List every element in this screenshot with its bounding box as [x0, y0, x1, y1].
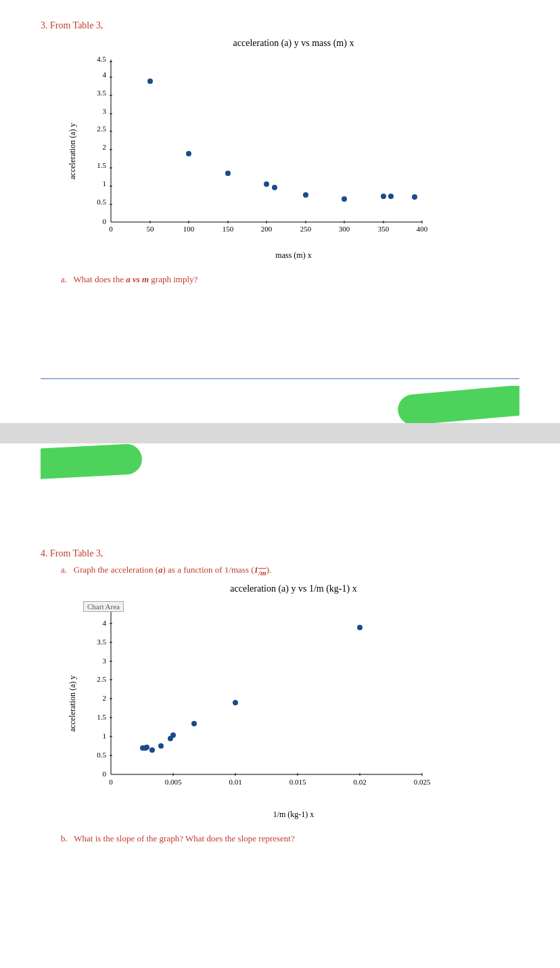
- svg-point-40: [225, 171, 231, 176]
- svg-point-86: [149, 747, 155, 753]
- svg-point-38: [147, 79, 153, 84]
- svg-text:1.5: 1.5: [97, 713, 106, 721]
- svg-text:0.01: 0.01: [229, 778, 241, 786]
- svg-text:0.025: 0.025: [414, 778, 431, 786]
- chart2-y-label: acceleration (a) y: [68, 598, 78, 808]
- question-3: 3. From Table 3, acceleration (a) y vs m…: [41, 20, 519, 365]
- chart2-area: Chart Area 0 0.5 1 1.5 2: [80, 598, 519, 808]
- svg-point-81: [233, 700, 238, 705]
- svg-text:250: 250: [300, 225, 312, 233]
- svg-text:200: 200: [261, 225, 273, 233]
- svg-point-44: [342, 196, 347, 202]
- q4b-label: b. What is the slope of the graph? What …: [61, 833, 519, 844]
- green-blob-left-container: [41, 443, 519, 481]
- svg-text:300: 300: [339, 225, 350, 233]
- svg-point-85: [158, 743, 164, 749]
- svg-text:150: 150: [223, 225, 234, 233]
- svg-text:3.5: 3.5: [97, 638, 106, 646]
- svg-text:2: 2: [103, 694, 107, 702]
- chart1-title: acceleration (a) y vs mass (m) x: [68, 38, 519, 49]
- chart2-title: acceleration (a) y vs 1/m (kg-1) x: [68, 584, 519, 594]
- gray-band: [0, 423, 560, 443]
- svg-text:400: 400: [417, 225, 428, 233]
- svg-text:4.5: 4.5: [97, 55, 106, 63]
- svg-text:1: 1: [103, 732, 107, 740]
- svg-point-47: [412, 194, 417, 200]
- svg-text:0.005: 0.005: [165, 778, 182, 786]
- svg-point-89: [140, 745, 145, 751]
- svg-point-42: [272, 185, 277, 190]
- svg-point-84: [168, 736, 173, 741]
- q3a-answer-space: [41, 290, 519, 365]
- svg-text:0.5: 0.5: [97, 751, 106, 759]
- question-4: 4. From Table 3, a. Graph the accelerati…: [41, 548, 519, 844]
- chart1-y-label: acceleration (a) y: [68, 53, 78, 249]
- svg-point-41: [264, 181, 269, 187]
- divider-line: [41, 378, 519, 379]
- svg-text:4: 4: [103, 70, 107, 79]
- q3a-label: a. What does the a vs m graph imply?: [61, 274, 519, 285]
- svg-text:0.5: 0.5: [97, 198, 106, 206]
- svg-text:3: 3: [103, 657, 107, 665]
- chart1-svg: 0 0.5 1 1.5 2 2.5: [80, 53, 432, 249]
- svg-text:350: 350: [378, 225, 390, 233]
- chart1-container: acceleration (a) y vs mass (m) x acceler…: [68, 38, 519, 261]
- svg-text:4: 4: [103, 619, 107, 627]
- svg-text:0: 0: [109, 225, 113, 233]
- svg-point-82: [191, 721, 197, 726]
- svg-text:50: 50: [147, 225, 155, 233]
- q4a-label: a. Graph the acceleration (a) as a funct…: [61, 565, 519, 577]
- svg-text:1.5: 1.5: [97, 161, 106, 169]
- svg-text:0: 0: [109, 778, 113, 786]
- chart2-x-label: 1/m (kg-1) x: [68, 810, 519, 820]
- green-blob-right-container: [41, 386, 519, 423]
- svg-text:100: 100: [183, 225, 195, 233]
- svg-text:0.015: 0.015: [289, 778, 306, 786]
- svg-text:0: 0: [103, 770, 107, 778]
- chart1-area: 0 0.5 1 1.5 2 2.5: [80, 53, 519, 249]
- svg-text:1: 1: [103, 179, 107, 188]
- question-3-label: 3. From Table 3,: [41, 20, 519, 31]
- green-blob-right: [396, 386, 519, 423]
- chart2-svg: 0 0.5 1 1.5 2 2.5 3 3.5: [80, 598, 432, 808]
- svg-point-80: [357, 625, 363, 630]
- chart1-x-label: mass (m) x: [68, 250, 519, 261]
- green-blob-left: [41, 443, 143, 481]
- svg-point-43: [303, 192, 308, 198]
- svg-text:0: 0: [103, 217, 107, 225]
- svg-point-39: [186, 151, 191, 156]
- svg-text:2.5: 2.5: [97, 675, 106, 683]
- svg-text:0.02: 0.02: [353, 778, 366, 786]
- svg-text:3: 3: [103, 107, 107, 115]
- svg-text:2: 2: [103, 143, 107, 151]
- svg-point-45: [381, 194, 386, 199]
- svg-point-46: [388, 194, 394, 199]
- chart-area-label: Chart Area: [83, 601, 124, 612]
- svg-text:2.5: 2.5: [97, 125, 106, 133]
- chart2-container: acceleration (a) y vs 1/m (kg-1) x accel…: [68, 584, 519, 820]
- svg-text:3.5: 3.5: [97, 89, 106, 97]
- question-4-label: 4. From Table 3,: [41, 548, 519, 559]
